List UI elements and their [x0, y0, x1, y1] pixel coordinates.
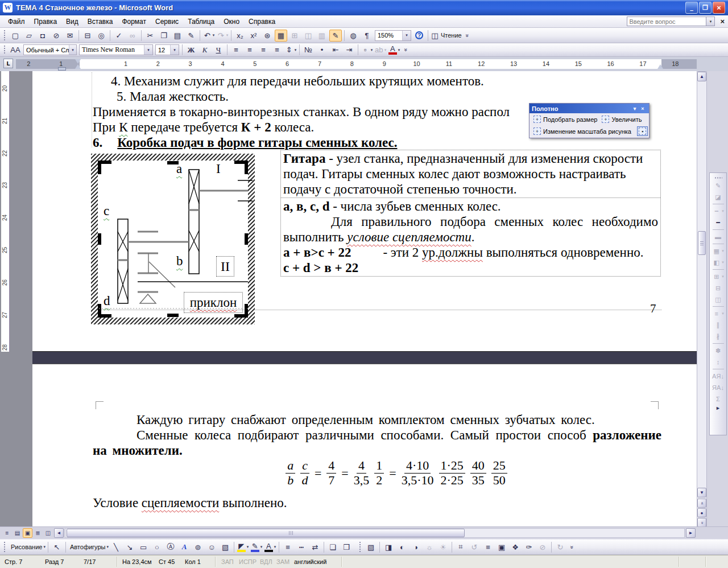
insert-picture-button-2[interactable]: ▧ — [365, 541, 377, 553]
less-contrast-button[interactable]: ◑ — [410, 541, 422, 553]
font-combo[interactable]: Times New Roman ▾ — [79, 44, 153, 55]
show-formatting-button[interactable]: ¶ — [361, 30, 373, 42]
font-color-button[interactable]: А — [388, 44, 400, 56]
print-button[interactable]: ⊟ — [81, 30, 94, 42]
font-color-button-2[interactable]: А — [264, 541, 276, 553]
scroll-right-icon[interactable]: ► — [686, 528, 696, 538]
fill-color-button[interactable]: ◤ — [237, 541, 249, 553]
horizontal-scrollbar[interactable] — [65, 528, 685, 538]
next-page-button[interactable]: « — [697, 518, 706, 527]
undo-button[interactable]: ↶ — [202, 30, 215, 42]
chevron-down-icon[interactable]: ▾ — [706, 17, 715, 26]
compress-pictures-button[interactable]: ▣ — [495, 541, 508, 553]
wrap-canvas-button[interactable]: ▪ — [637, 126, 648, 136]
print-preview-button[interactable]: ◎ — [95, 30, 107, 42]
font-size-combo[interactable]: 12 ▾ — [155, 44, 179, 55]
chevron-down-icon[interactable]: ▾ — [144, 45, 152, 55]
left-indent-marker[interactable] — [58, 67, 66, 71]
line-button[interactable]: ╲ — [110, 541, 122, 553]
close-icon[interactable]: × — [639, 106, 647, 112]
scroll-down-icon[interactable]: ▼ — [697, 488, 706, 497]
menu-window[interactable]: Окно — [219, 17, 244, 27]
close-menu-icon[interactable]: × — [720, 17, 725, 26]
bullet-list-button[interactable]: • — [316, 44, 328, 56]
status-overtype-toggle[interactable]: ЗАМ — [276, 558, 289, 565]
toolbar-grip[interactable] — [3, 45, 6, 55]
save-button[interactable]: ◘ — [36, 30, 49, 42]
crop-button[interactable]: ⌗ — [454, 541, 467, 553]
chevron-down-icon[interactable]: ▾ — [170, 45, 179, 55]
line-style-button[interactable]: ≡ — [282, 541, 294, 553]
zoom-combo[interactable]: 150% ▾ — [375, 30, 411, 41]
styles-pane-button[interactable]: АА — [9, 44, 22, 56]
tables-and-borders-button[interactable]: ▦ — [275, 30, 287, 42]
toolbar-overflow-icon[interactable]: ► — [715, 405, 721, 411]
line-color-button[interactable]: ✎ — [250, 541, 263, 553]
chevron-down-icon[interactable]: ▾ — [402, 31, 411, 40]
new-document-button[interactable]: ▢ — [9, 30, 22, 42]
menu-format[interactable]: Формат — [117, 17, 151, 27]
status-extend-toggle[interactable]: ВДЛ — [260, 558, 272, 565]
right-indent-marker[interactable] — [657, 64, 663, 69]
format-painter-button[interactable]: ✎ — [185, 30, 197, 42]
view-reading-button[interactable]: ◫ — [43, 528, 53, 538]
scroll-up-icon[interactable]: ▲ — [697, 72, 706, 81]
scroll-left-icon[interactable]: ◄ — [54, 528, 64, 538]
help-button[interactable]: ? — [413, 30, 425, 42]
decrease-indent-button[interactable]: ⇤ — [329, 44, 342, 56]
toolbar-overflow-icon[interactable]: » — [464, 28, 471, 43]
copy-button[interactable]: ❐ — [158, 30, 170, 42]
view-print-button[interactable]: ▣ — [23, 528, 32, 538]
expand-canvas-button[interactable]: +Увеличить — [599, 115, 644, 124]
restore-button[interactable]: ❐ — [699, 2, 712, 14]
toolbar-grip[interactable] — [3, 541, 6, 553]
more-contrast-button[interactable]: ◐ — [396, 541, 408, 553]
tab-stop-selector[interactable]: L — [3, 59, 13, 68]
3d-style-button[interactable]: ❒ — [340, 541, 353, 553]
dash-style-button[interactable]: ┅ — [295, 541, 308, 553]
chevron-down-icon[interactable]: ▾ — [69, 45, 76, 55]
format-picture-button[interactable]: ✑ — [523, 541, 535, 553]
menu-edit[interactable]: Правка — [30, 17, 62, 27]
select-objects-button[interactable]: ↖ — [51, 541, 63, 553]
align-justify-button[interactable]: ≡ — [271, 44, 283, 56]
wordart-button[interactable]: A — [178, 541, 191, 553]
select-browse-object-button[interactable]: ● — [697, 508, 706, 517]
menu-insert[interactable]: Вставка — [83, 17, 118, 27]
picture-line-style-button[interactable]: ≡ — [482, 541, 494, 553]
toolbar-grip[interactable] — [359, 541, 362, 553]
view-normal-button[interactable]: ≡ — [2, 528, 12, 538]
line-spacing-button[interactable]: ⇕ — [284, 44, 297, 56]
cut-button[interactable]: ✂ — [144, 30, 156, 42]
email-button[interactable]: ✉ — [64, 30, 76, 42]
view-web-button[interactable]: ▤ — [13, 528, 22, 538]
align-right-button[interactable]: ≡ — [257, 44, 270, 56]
align-left-button[interactable]: ≡ — [230, 44, 242, 56]
autoshapes-button[interactable]: Автофигуры — [68, 541, 109, 553]
scrollbar-thumb[interactable] — [67, 529, 465, 537]
scale-drawing-button[interactable]: +Изменение масштаба рисунка — [531, 127, 634, 135]
hanging-indent-marker[interactable] — [75, 64, 81, 69]
outside-border-button[interactable]: ▫ — [361, 44, 373, 56]
color-button[interactable]: ◨ — [382, 541, 395, 553]
increase-indent-button[interactable]: ⇥ — [343, 44, 355, 56]
first-line-indent-marker[interactable] — [75, 59, 81, 64]
document-map-button[interactable]: ◍ — [347, 30, 359, 42]
clip-art-button[interactable]: ☺ — [205, 541, 218, 553]
open-button[interactable]: ▱ — [23, 30, 35, 42]
drawing-menu-button[interactable]: Рисование — [9, 541, 46, 553]
diagram-button[interactable]: ⊚ — [192, 541, 204, 553]
italic-button[interactable]: К — [198, 44, 211, 56]
style-combo[interactable]: Обычный + Сле ▾ — [23, 44, 77, 55]
text-wrapping-button[interactable]: ❖ — [509, 541, 522, 553]
vertical-scrollbar[interactable]: ▲ ▼ « ● « — [697, 71, 707, 526]
scrollbar-thumb[interactable] — [698, 231, 706, 255]
arrow-button[interactable]: ↘ — [123, 541, 136, 553]
menu-tools[interactable]: Сервис — [151, 17, 183, 27]
close-button[interactable]: × — [713, 2, 725, 14]
menu-view[interactable]: Вид — [61, 17, 83, 27]
underline-button[interactable]: Ч — [212, 44, 225, 56]
menu-file[interactable]: Файл — [3, 17, 30, 27]
permission-button[interactable]: ⊘ — [50, 30, 63, 42]
toolbar-grip[interactable] — [3, 30, 6, 41]
